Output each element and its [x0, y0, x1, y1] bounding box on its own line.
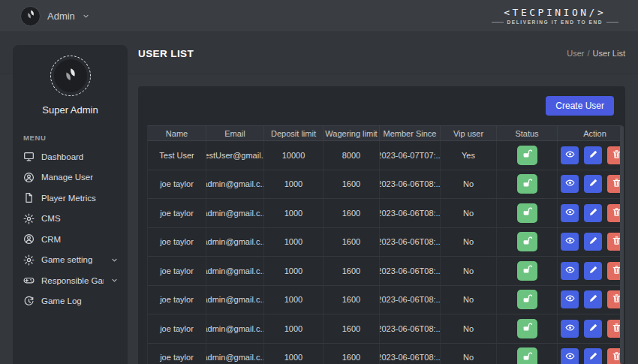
cell-action [558, 170, 622, 199]
create-user-button[interactable]: Create User [546, 96, 614, 116]
column-header-deposit-limit: Deposit limit [264, 126, 324, 140]
brand-tagline-row: DELIVERING IT END TO END [492, 20, 618, 25]
edit-button[interactable] [584, 233, 602, 251]
cell-status [497, 228, 558, 257]
sidebar-item-crm[interactable]: CRM [13, 229, 128, 250]
edit-button[interactable] [584, 262, 602, 280]
profile-avatar [50, 56, 91, 96]
gear-icon [23, 254, 35, 266]
admin-user-label: Admin [47, 11, 75, 22]
cell-wagering-limit: 1600 [324, 228, 380, 257]
cell-action [558, 286, 622, 314]
cell-email: admin@gmail.c... [206, 228, 264, 257]
unlock-icon [522, 236, 532, 248]
cell-vip: No [441, 314, 497, 343]
breadcrumb-user[interactable]: User [567, 49, 584, 58]
cell-email: admin@gmail.c... [206, 170, 264, 199]
chevron-down-icon [110, 256, 119, 264]
column-header-status: Status [497, 126, 558, 140]
sidebar-item-cms[interactable]: CMS [13, 209, 128, 230]
cell-email: admin@gmail.c... [206, 199, 264, 227]
view-button[interactable] [561, 290, 579, 308]
view-button[interactable] [561, 175, 579, 193]
dashboard-icon [23, 151, 35, 162]
cell-vip: No [441, 228, 497, 257]
cell-status [497, 199, 558, 227]
sidebar-item-responsible-gaming[interactable]: Responsible Gaming [13, 270, 128, 291]
sidebar-menu: DashboardManage UserPlayer MetricsCMSCRM… [13, 146, 128, 311]
pencil-icon [588, 293, 598, 305]
cell-name: joe taylor [148, 257, 206, 285]
pencil-icon [588, 207, 598, 219]
user-circle-icon [23, 233, 35, 245]
unlock-button[interactable] [517, 232, 537, 251]
cell-action [558, 141, 622, 170]
view-button[interactable] [561, 262, 579, 280]
cell-vip: No [441, 257, 497, 285]
sidebar-item-game-log[interactable]: Game Log [13, 291, 128, 312]
sidebar-item-label: Responsible Gaming [41, 276, 104, 285]
sidebar-item-label: Manage User [41, 173, 93, 182]
table-row: joe tayloradmin@gmail.c...100016002023-0… [147, 199, 622, 228]
eye-icon [565, 207, 575, 219]
view-button[interactable] [561, 320, 579, 338]
view-button[interactable] [561, 233, 579, 251]
cell-member-since: 2023-06-06T08:... [380, 286, 441, 314]
unlock-icon [522, 178, 532, 191]
view-button[interactable] [561, 348, 579, 364]
unlock-button[interactable] [517, 174, 537, 194]
eye-icon [565, 149, 575, 161]
sidebar-item-label: CRM [41, 235, 61, 244]
column-header-action: Action [558, 126, 622, 140]
view-button[interactable] [561, 204, 579, 222]
sidebar-item-dashboard[interactable]: Dashboard [13, 146, 128, 167]
sidebar: Super Admin MENU DashboardManage UserPla… [13, 45, 128, 364]
eye-icon [565, 236, 575, 248]
column-header-name: Name [148, 126, 206, 140]
edit-button[interactable] [584, 320, 602, 338]
cell-name: joe taylor [148, 314, 206, 343]
cell-deposit-limit: 1000 [264, 257, 324, 285]
pencil-icon [588, 178, 598, 190]
file-icon [23, 192, 35, 203]
unlock-button[interactable] [517, 347, 537, 364]
chevron-down-icon [82, 12, 90, 20]
unlock-button[interactable] [517, 261, 537, 281]
user-list-card: Create User NameEmailDeposit limitWageri… [138, 86, 625, 364]
edit-button[interactable] [584, 290, 602, 308]
sidebar-item-game-setting[interactable]: Game setting [13, 250, 128, 271]
unlock-icon [522, 293, 532, 306]
table-row: joe tayloradmin@gmail.c...100016002023-0… [147, 228, 622, 257]
unlock-button[interactable] [517, 319, 537, 338]
sidebar-item-label: Game setting [41, 255, 92, 264]
cell-action [558, 344, 622, 364]
table-scrollbar[interactable] [620, 126, 624, 364]
breadcrumb-user-list: User List [593, 49, 625, 58]
tagline-rule-right [606, 22, 618, 23]
brand-leaf-icon [24, 8, 38, 24]
unlock-button[interactable] [517, 290, 537, 309]
edit-button[interactable] [584, 348, 602, 364]
sidebar-item-manage-user[interactable]: Manage User [13, 167, 128, 188]
view-button[interactable] [561, 146, 579, 164]
cell-email: testUser@gmail... [206, 141, 264, 170]
gear-icon [23, 213, 35, 224]
edit-button[interactable] [584, 175, 602, 193]
sidebar-item-player-metrics[interactable]: Player Metrics [13, 188, 128, 209]
edit-button[interactable] [584, 204, 602, 222]
cell-deposit-limit: 1000 [264, 344, 324, 364]
unlock-button[interactable] [517, 203, 537, 223]
topbar: Admin <TECPINION/> DELIVERING IT END TO … [0, 0, 638, 32]
cell-name: joe taylor [148, 344, 206, 364]
edit-button[interactable] [584, 146, 602, 164]
cell-wagering-limit: 1600 [324, 314, 380, 343]
table-header-row: NameEmailDeposit limitWagering limitMemb… [147, 125, 622, 141]
sidebar-item-label: Dashboard [41, 152, 83, 161]
table-row: joe tayloradmin@gmail.c...100016002023-0… [147, 314, 622, 344]
brand-name: <TECPINION/> [492, 7, 618, 18]
cell-vip: No [441, 170, 497, 199]
cell-name: joe taylor [148, 286, 206, 314]
admin-user-menu[interactable]: Admin [20, 6, 90, 26]
pencil-icon [588, 323, 598, 335]
unlock-button[interactable] [517, 146, 537, 165]
